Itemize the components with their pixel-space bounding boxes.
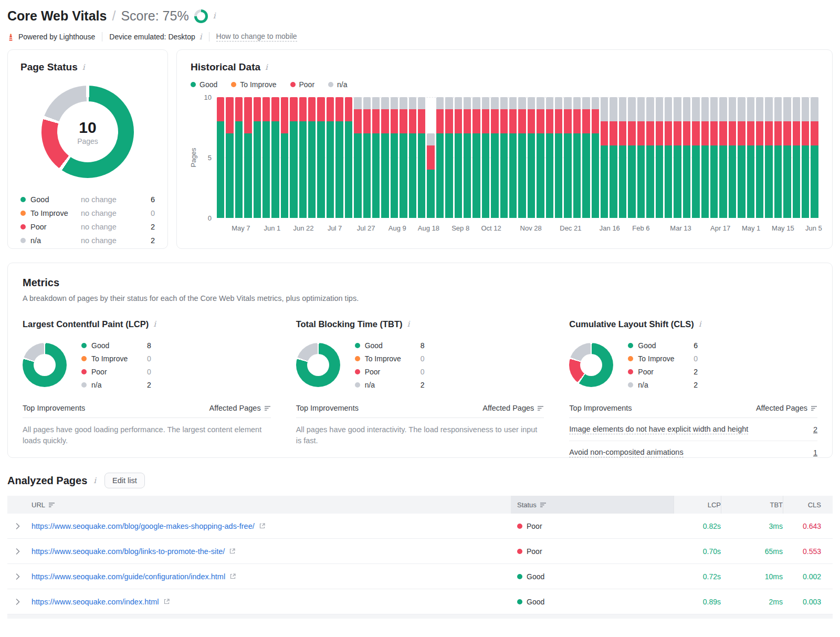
history-bar[interactable]: [537, 97, 544, 218]
column-header-status[interactable]: Status: [511, 496, 674, 514]
history-bar[interactable]: [619, 97, 626, 218]
history-bar[interactable]: [217, 97, 224, 218]
history-bar[interactable]: [546, 97, 553, 218]
history-bar[interactable]: [774, 97, 782, 218]
cls-info-icon[interactable]: i: [699, 320, 701, 328]
history-bar[interactable]: [738, 97, 745, 218]
history-bar[interactable]: [299, 97, 307, 218]
history-bar[interactable]: [564, 97, 571, 218]
affected-pages-count[interactable]: 1: [813, 448, 817, 457]
history-bar[interactable]: [719, 97, 727, 218]
history-bar[interactable]: [747, 97, 754, 218]
improvement-link[interactable]: Image elements do not have explicit widt…: [569, 425, 748, 434]
lcp-donut-chart[interactable]: [23, 343, 67, 387]
history-bar[interactable]: [592, 97, 599, 218]
history-bar[interactable]: [418, 97, 425, 218]
history-bar[interactable]: [281, 97, 288, 218]
history-bar[interactable]: [472, 97, 480, 218]
affected-pages-sort[interactable]: Affected Pages: [209, 404, 271, 412]
affected-pages-sort[interactable]: Affected Pages: [482, 404, 544, 412]
history-bar[interactable]: [500, 97, 508, 218]
history-bar[interactable]: [308, 97, 316, 218]
column-header-cls[interactable]: CLS: [783, 496, 833, 514]
row-expander[interactable]: [7, 599, 32, 605]
history-bar[interactable]: [729, 97, 736, 218]
row-expander[interactable]: [7, 523, 32, 529]
history-bar[interactable]: [610, 97, 617, 218]
score-info-icon[interactable]: i: [213, 12, 216, 20]
page-url-link[interactable]: https://www.seoquake.com/blog/links-to-p…: [32, 547, 225, 556]
history-bar[interactable]: [254, 97, 261, 218]
history-bar[interactable]: [354, 97, 361, 218]
page-status-donut-chart[interactable]: 10 Pages: [41, 86, 134, 178]
history-bar[interactable]: [811, 97, 818, 218]
history-bar[interactable]: [427, 97, 434, 218]
history-bar[interactable]: [317, 97, 324, 218]
history-bar[interactable]: [226, 97, 233, 218]
history-bar[interactable]: [683, 97, 690, 218]
history-bar[interactable]: [491, 97, 498, 218]
history-bar[interactable]: [244, 97, 251, 218]
edit-list-button[interactable]: Edit list: [104, 473, 145, 488]
history-bar[interactable]: [262, 97, 270, 218]
history-bar[interactable]: [372, 97, 380, 218]
row-expander[interactable]: [7, 573, 32, 580]
row-expander[interactable]: [7, 548, 32, 555]
history-bar[interactable]: [802, 97, 809, 218]
column-header-tbt[interactable]: TBT: [721, 496, 783, 514]
history-bar[interactable]: [400, 97, 407, 218]
historical-info-icon[interactable]: i: [265, 64, 268, 71]
history-bar[interactable]: [793, 97, 800, 218]
history-bar[interactable]: [628, 97, 635, 218]
column-header-lcp[interactable]: LCP: [674, 496, 721, 514]
history-bar[interactable]: [518, 97, 526, 218]
history-bar[interactable]: [692, 97, 699, 218]
improvement-link[interactable]: Avoid non-composited animations: [569, 448, 683, 457]
history-bar[interactable]: [783, 97, 791, 218]
history-bar[interactable]: [528, 97, 535, 218]
page-url-link[interactable]: https://www.seoquake.com/index.html: [32, 598, 159, 606]
history-bar[interactable]: [445, 97, 453, 218]
history-bar[interactable]: [665, 97, 672, 218]
affected-pages-sort[interactable]: Affected Pages: [756, 404, 817, 412]
history-bar[interactable]: [646, 97, 654, 218]
history-bar[interactable]: [235, 97, 243, 218]
history-bar[interactable]: [710, 97, 718, 218]
lcp-info-icon[interactable]: i: [153, 320, 156, 328]
history-bar[interactable]: [271, 97, 279, 218]
history-bar[interactable]: [335, 97, 343, 218]
tbt-info-icon[interactable]: i: [407, 320, 410, 328]
history-bar[interactable]: [391, 97, 398, 218]
history-bar[interactable]: [290, 97, 297, 218]
history-bar[interactable]: [345, 97, 352, 218]
history-bar[interactable]: [482, 97, 489, 218]
cls-donut-chart[interactable]: [569, 343, 613, 387]
history-bar[interactable]: [381, 97, 388, 218]
page-status-info-icon[interactable]: i: [82, 64, 85, 71]
history-bar[interactable]: [327, 97, 334, 218]
history-bar[interactable]: [555, 97, 562, 218]
change-to-mobile-link[interactable]: How to change to mobile: [216, 32, 297, 41]
device-info-icon[interactable]: i: [200, 33, 202, 41]
history-bar[interactable]: [637, 97, 645, 218]
affected-pages-count[interactable]: 2: [813, 425, 817, 434]
page-url-link[interactable]: https://www.seoquake.com/guide/configura…: [32, 572, 225, 581]
analyzed-info-icon[interactable]: i: [93, 477, 96, 485]
history-bar[interactable]: [582, 97, 590, 218]
tbt-donut-chart[interactable]: [296, 343, 340, 387]
history-bar[interactable]: [765, 97, 772, 218]
history-bar[interactable]: [656, 97, 663, 218]
history-bar[interactable]: [455, 97, 462, 218]
history-bar[interactable]: [464, 97, 471, 218]
history-bar[interactable]: [756, 97, 763, 218]
history-bar[interactable]: [436, 97, 444, 218]
history-bar[interactable]: [674, 97, 681, 218]
history-bar[interactable]: [409, 97, 416, 218]
history-bar[interactable]: [509, 97, 517, 218]
history-bar[interactable]: [701, 97, 709, 218]
history-bar[interactable]: [601, 97, 608, 218]
page-url-link[interactable]: https://www.seoquake.com/blog/google-mak…: [32, 522, 255, 530]
history-bar[interactable]: [363, 97, 371, 218]
column-header-url[interactable]: URL: [7, 496, 511, 514]
history-bar[interactable]: [573, 97, 581, 218]
